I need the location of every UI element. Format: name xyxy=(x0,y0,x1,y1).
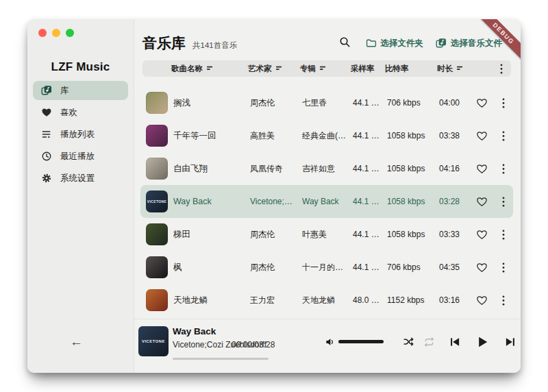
table-row[interactable]: 梯田 周杰伦 叶惠美 44.1 kHz 1058 kbps 03:33 xyxy=(140,218,513,251)
song-duration: 03:28 xyxy=(439,197,469,206)
main-area: 音乐库 共141首音乐 选择文件夹 选择音乐文件 歌曲名称艺术家专辑采样率比特率… xyxy=(134,19,521,373)
column-header-5[interactable]: 时长 xyxy=(437,64,467,74)
volume-icon[interactable] xyxy=(323,335,337,349)
favorite-button[interactable] xyxy=(475,260,489,275)
row-menu-button[interactable] xyxy=(501,228,506,241)
table-row[interactable]: 枫 周杰伦 十一月的萧邦 44.1 kHz 706 kbps 04:35 xyxy=(140,251,513,284)
song-title: 搁浅 xyxy=(173,97,250,109)
song-sample-rate: 44.1 kHz xyxy=(353,98,387,108)
song-count: 共141首音乐 xyxy=(192,40,237,51)
album-art xyxy=(146,223,168,245)
sidebar-item-recent[interactable]: 最近播放 xyxy=(33,147,128,166)
song-album: 天地龙鳞 xyxy=(302,295,353,306)
favorite-button[interactable] xyxy=(475,228,489,242)
album-art xyxy=(146,125,168,147)
progress-bar[interactable] xyxy=(173,358,269,360)
column-header-2[interactable]: 专辑 xyxy=(300,64,351,74)
sidebar-item-label: 最近播放 xyxy=(60,151,95,162)
song-bitrate: 1058 kbps xyxy=(387,197,439,206)
row-menu-button[interactable] xyxy=(501,294,506,307)
choose-files-label: 选择音乐文件 xyxy=(451,38,502,49)
row-menu-button[interactable] xyxy=(501,195,506,208)
settings-icon xyxy=(41,173,52,184)
sidebar-item-playlists[interactable]: 播放列表 xyxy=(33,125,128,144)
column-header-3: 采样率 xyxy=(351,64,385,74)
app-title: LZF Music xyxy=(27,60,134,74)
favorite-button[interactable] xyxy=(475,129,489,143)
recent-icon xyxy=(41,151,52,162)
choose-folder-label: 选择文件夹 xyxy=(381,38,424,49)
favorite-button[interactable] xyxy=(475,162,489,176)
song-sample-rate: 44.1 kHz xyxy=(353,197,387,206)
song-duration: 04:16 xyxy=(439,164,469,173)
favorite-button[interactable] xyxy=(475,293,489,308)
song-title: 枫 xyxy=(173,262,250,273)
table-row[interactable]: 搁浅 周杰伦 七里香 44.1 kHz 706 kbps 04:00 xyxy=(140,86,513,119)
search-icon xyxy=(339,36,351,50)
song-duration: 03:38 xyxy=(439,131,469,140)
sidebar-item-label: 喜欢 xyxy=(60,107,77,119)
table-row[interactable]: VICETONE Way Back Vicetone;Cozi Zu... Wa… xyxy=(140,185,513,218)
song-sample-rate: 44.1 kHz xyxy=(353,230,387,239)
heart-icon xyxy=(41,107,52,118)
row-menu-button[interactable] xyxy=(501,97,506,110)
column-header-4: 比特率 xyxy=(385,64,437,74)
album-art xyxy=(146,92,168,114)
song-album: 十一月的萧邦 xyxy=(302,262,353,273)
sort-icon xyxy=(206,64,214,73)
song-artist: 凤凰传奇 xyxy=(250,163,302,175)
song-duration: 04:35 xyxy=(439,262,469,272)
table-header-menu-button[interactable] xyxy=(500,64,503,74)
column-header-0[interactable]: 歌曲名称 xyxy=(171,64,248,74)
table-row[interactable]: 天地龙鳞 王力宏 天地龙鳞 48.0 kHz 1152 kbps 03:16 xyxy=(140,284,513,317)
table-row[interactable]: 千年等一回 高胜美 经典金曲(3)如果... 44.1 kHz 1058 kbp… xyxy=(140,119,513,152)
song-duration: 03:33 xyxy=(439,230,469,239)
library-header: 音乐库 共141首音乐 选择文件夹 选择音乐文件 xyxy=(134,19,521,58)
next-track-button[interactable] xyxy=(503,334,518,350)
song-bitrate: 706 kbps xyxy=(387,262,439,272)
column-header-1[interactable]: 艺术家 xyxy=(248,64,300,74)
favorite-button[interactable] xyxy=(475,195,489,209)
window-controls xyxy=(38,29,74,37)
album-art xyxy=(146,256,168,278)
song-album: 吉祥如意 xyxy=(302,163,353,175)
sort-icon xyxy=(319,64,327,73)
song-bitrate: 706 kbps xyxy=(387,98,439,108)
row-menu-button[interactable] xyxy=(501,261,506,274)
song-bitrate: 1058 kbps xyxy=(387,131,439,140)
sidebar-item-label: 播放列表 xyxy=(60,129,95,140)
choose-folder-button[interactable]: 选择文件夹 xyxy=(363,36,427,51)
song-artist: 高胜美 xyxy=(250,130,302,142)
sidebar-item-label: 系统设置 xyxy=(60,173,95,184)
back-button[interactable]: ← xyxy=(70,335,83,348)
now-playing-art: VICETONE xyxy=(138,326,169,356)
page-title: 音乐库 xyxy=(142,34,186,53)
song-artist: 王力宏 xyxy=(250,295,302,306)
volume-slider[interactable] xyxy=(338,340,384,343)
play-button[interactable] xyxy=(474,334,490,350)
minimize-window-button[interactable] xyxy=(52,29,60,37)
sidebar: LZF Music 库喜欢播放列表最近播放系统设置 ← xyxy=(27,19,134,373)
shuffle-button[interactable] xyxy=(401,335,416,350)
zoom-window-button[interactable] xyxy=(66,29,74,37)
choose-music-files-button[interactable]: 选择音乐文件 xyxy=(433,36,505,51)
song-bitrate: 1058 kbps xyxy=(387,164,439,173)
row-menu-button[interactable] xyxy=(501,130,506,143)
sidebar-item-favorites[interactable]: 喜欢 xyxy=(33,103,128,122)
repeat-button[interactable] xyxy=(422,335,436,350)
sidebar-item-settings[interactable]: 系统设置 xyxy=(33,169,128,188)
sidebar-item-library[interactable]: 库 xyxy=(33,81,128,100)
search-button[interactable] xyxy=(336,35,353,51)
song-album: 七里香 xyxy=(302,97,353,109)
close-window-button[interactable] xyxy=(38,29,47,37)
sort-icon xyxy=(275,64,283,73)
table-header: 歌曲名称艺术家专辑采样率比特率时长 xyxy=(142,60,511,77)
previous-track-button[interactable] xyxy=(447,334,462,350)
row-menu-button[interactable] xyxy=(501,162,506,175)
table-row[interactable]: 自由飞翔 凤凰传奇 吉祥如意 44.1 kHz 1058 kbps 04:16 xyxy=(140,152,513,185)
album-art: VICETONE xyxy=(146,191,168,212)
favorite-button[interactable] xyxy=(475,96,489,110)
playback-time: 00:00/03:28 xyxy=(232,340,275,350)
sidebar-item-label: 库 xyxy=(60,85,69,97)
song-album: 叶惠美 xyxy=(302,229,353,241)
